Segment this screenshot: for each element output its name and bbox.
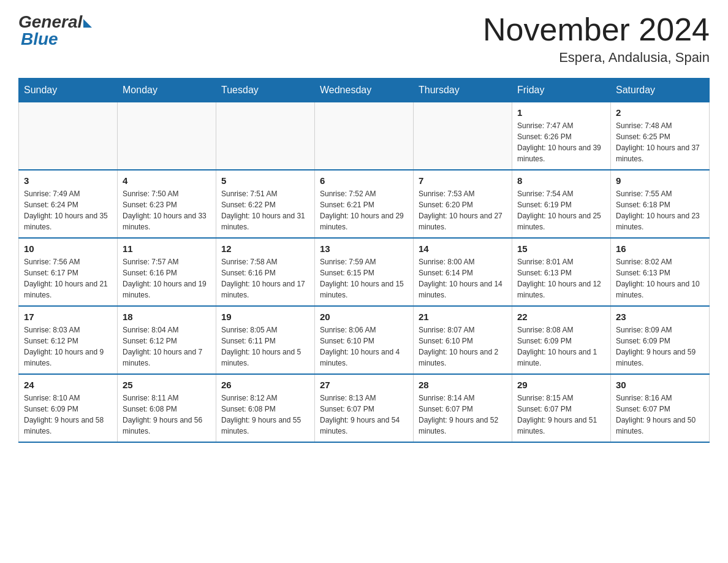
weekday-header-sunday: Sunday bbox=[19, 79, 118, 102]
day-number: 26 bbox=[221, 380, 309, 390]
calendar-cell: 6Sunrise: 7:52 AM Sunset: 6:21 PM Daylig… bbox=[315, 170, 414, 238]
day-number: 4 bbox=[123, 175, 211, 186]
calendar-cell: 21Sunrise: 8:07 AM Sunset: 6:10 PM Dayli… bbox=[414, 306, 512, 374]
day-number: 23 bbox=[616, 312, 704, 322]
day-number: 13 bbox=[320, 243, 408, 254]
logo-arrow-icon bbox=[83, 19, 92, 28]
day-info: Sunrise: 8:00 AM Sunset: 6:14 PM Dayligh… bbox=[419, 256, 507, 301]
day-info: Sunrise: 8:06 AM Sunset: 6:10 PM Dayligh… bbox=[320, 324, 408, 369]
day-info: Sunrise: 7:59 AM Sunset: 6:15 PM Dayligh… bbox=[320, 256, 408, 301]
day-number: 22 bbox=[517, 312, 605, 322]
day-number: 25 bbox=[123, 380, 211, 390]
day-info: Sunrise: 7:58 AM Sunset: 6:16 PM Dayligh… bbox=[221, 256, 309, 301]
weekday-header-wednesday: Wednesday bbox=[315, 79, 414, 102]
calendar-table: SundayMondayTuesdayWednesdayThursdayFrid… bbox=[18, 78, 710, 443]
calendar-week-row: 3Sunrise: 7:49 AM Sunset: 6:24 PM Daylig… bbox=[19, 170, 710, 238]
day-info: Sunrise: 8:10 AM Sunset: 6:09 PM Dayligh… bbox=[24, 393, 112, 437]
day-number: 27 bbox=[320, 380, 408, 390]
day-number: 3 bbox=[24, 175, 112, 186]
day-info: Sunrise: 8:03 AM Sunset: 6:12 PM Dayligh… bbox=[24, 324, 112, 369]
day-info: Sunrise: 7:47 AM Sunset: 6:26 PM Dayligh… bbox=[517, 120, 605, 164]
day-info: Sunrise: 8:14 AM Sunset: 6:07 PM Dayligh… bbox=[419, 393, 507, 437]
calendar-cell: 1Sunrise: 7:47 AM Sunset: 6:26 PM Daylig… bbox=[512, 102, 611, 170]
calendar-cell: 11Sunrise: 7:57 AM Sunset: 6:16 PM Dayli… bbox=[118, 238, 216, 306]
calendar-cell: 3Sunrise: 7:49 AM Sunset: 6:24 PM Daylig… bbox=[19, 170, 118, 238]
calendar-cell: 30Sunrise: 8:16 AM Sunset: 6:07 PM Dayli… bbox=[611, 374, 710, 442]
day-info: Sunrise: 7:48 AM Sunset: 6:25 PM Dayligh… bbox=[616, 120, 704, 164]
calendar-cell: 26Sunrise: 8:12 AM Sunset: 6:08 PM Dayli… bbox=[216, 374, 315, 442]
day-info: Sunrise: 8:16 AM Sunset: 6:07 PM Dayligh… bbox=[616, 393, 704, 437]
header: General Blue November 2024 Espera, Andal… bbox=[18, 12, 710, 66]
calendar-cell: 4Sunrise: 7:50 AM Sunset: 6:23 PM Daylig… bbox=[118, 170, 216, 238]
day-info: Sunrise: 8:05 AM Sunset: 6:11 PM Dayligh… bbox=[221, 324, 309, 369]
day-number: 8 bbox=[517, 175, 605, 186]
day-number: 19 bbox=[221, 312, 309, 322]
weekday-header-saturday: Saturday bbox=[611, 79, 710, 102]
day-number: 21 bbox=[419, 312, 507, 322]
calendar-cell: 8Sunrise: 7:54 AM Sunset: 6:19 PM Daylig… bbox=[512, 170, 611, 238]
day-number: 29 bbox=[517, 380, 605, 390]
day-info: Sunrise: 7:54 AM Sunset: 6:19 PM Dayligh… bbox=[517, 188, 605, 232]
calendar-cell: 9Sunrise: 7:55 AM Sunset: 6:18 PM Daylig… bbox=[611, 170, 710, 238]
weekday-header-monday: Monday bbox=[118, 79, 216, 102]
day-number: 24 bbox=[24, 380, 112, 390]
day-info: Sunrise: 8:04 AM Sunset: 6:12 PM Dayligh… bbox=[123, 324, 211, 369]
calendar-cell: 17Sunrise: 8:03 AM Sunset: 6:12 PM Dayli… bbox=[19, 306, 118, 374]
calendar-week-row: 1Sunrise: 7:47 AM Sunset: 6:26 PM Daylig… bbox=[19, 102, 710, 170]
calendar-cell bbox=[19, 102, 118, 170]
calendar-cell: 24Sunrise: 8:10 AM Sunset: 6:09 PM Dayli… bbox=[19, 374, 118, 442]
day-info: Sunrise: 7:56 AM Sunset: 6:17 PM Dayligh… bbox=[24, 256, 112, 301]
calendar-cell: 18Sunrise: 8:04 AM Sunset: 6:12 PM Dayli… bbox=[118, 306, 216, 374]
calendar-cell: 27Sunrise: 8:13 AM Sunset: 6:07 PM Dayli… bbox=[315, 374, 414, 442]
day-info: Sunrise: 7:55 AM Sunset: 6:18 PM Dayligh… bbox=[616, 188, 704, 232]
day-info: Sunrise: 8:13 AM Sunset: 6:07 PM Dayligh… bbox=[320, 393, 408, 437]
calendar-cell: 20Sunrise: 8:06 AM Sunset: 6:10 PM Dayli… bbox=[315, 306, 414, 374]
day-info: Sunrise: 7:50 AM Sunset: 6:23 PM Dayligh… bbox=[123, 188, 211, 232]
calendar-cell: 15Sunrise: 8:01 AM Sunset: 6:13 PM Dayli… bbox=[512, 238, 611, 306]
day-number: 20 bbox=[320, 312, 408, 322]
calendar-cell bbox=[414, 102, 512, 170]
calendar-week-row: 10Sunrise: 7:56 AM Sunset: 6:17 PM Dayli… bbox=[19, 238, 710, 306]
calendar-cell: 25Sunrise: 8:11 AM Sunset: 6:08 PM Dayli… bbox=[118, 374, 216, 442]
day-info: Sunrise: 8:12 AM Sunset: 6:08 PM Dayligh… bbox=[221, 393, 309, 437]
calendar-cell: 28Sunrise: 8:14 AM Sunset: 6:07 PM Dayli… bbox=[414, 374, 512, 442]
day-number: 17 bbox=[24, 312, 112, 322]
calendar-cell: 2Sunrise: 7:48 AM Sunset: 6:25 PM Daylig… bbox=[611, 102, 710, 170]
calendar-cell: 22Sunrise: 8:08 AM Sunset: 6:09 PM Dayli… bbox=[512, 306, 611, 374]
day-number: 9 bbox=[616, 175, 704, 186]
day-number: 5 bbox=[221, 175, 309, 186]
logo: General Blue bbox=[18, 12, 92, 49]
day-number: 18 bbox=[123, 312, 211, 322]
weekday-header-tuesday: Tuesday bbox=[216, 79, 315, 102]
calendar-cell: 10Sunrise: 7:56 AM Sunset: 6:17 PM Dayli… bbox=[19, 238, 118, 306]
day-info: Sunrise: 7:52 AM Sunset: 6:21 PM Dayligh… bbox=[320, 188, 408, 232]
day-info: Sunrise: 7:49 AM Sunset: 6:24 PM Dayligh… bbox=[24, 188, 112, 232]
title-area: November 2024 Espera, Andalusia, Spain bbox=[483, 12, 710, 66]
day-number: 6 bbox=[320, 175, 408, 186]
day-info: Sunrise: 8:08 AM Sunset: 6:09 PM Dayligh… bbox=[517, 324, 605, 369]
day-info: Sunrise: 8:15 AM Sunset: 6:07 PM Dayligh… bbox=[517, 393, 605, 437]
month-title: November 2024 bbox=[483, 12, 710, 47]
location-title: Espera, Andalusia, Spain bbox=[483, 50, 710, 66]
day-info: Sunrise: 8:09 AM Sunset: 6:09 PM Dayligh… bbox=[616, 324, 704, 369]
calendar-cell: 7Sunrise: 7:53 AM Sunset: 6:20 PM Daylig… bbox=[414, 170, 512, 238]
day-number: 14 bbox=[419, 243, 507, 254]
day-number: 2 bbox=[616, 107, 704, 118]
weekday-header-friday: Friday bbox=[512, 79, 611, 102]
day-number: 30 bbox=[616, 380, 704, 390]
calendar-cell: 13Sunrise: 7:59 AM Sunset: 6:15 PM Dayli… bbox=[315, 238, 414, 306]
day-info: Sunrise: 7:57 AM Sunset: 6:16 PM Dayligh… bbox=[123, 256, 211, 301]
calendar-cell: 19Sunrise: 8:05 AM Sunset: 6:11 PM Dayli… bbox=[216, 306, 315, 374]
calendar-cell: 12Sunrise: 7:58 AM Sunset: 6:16 PM Dayli… bbox=[216, 238, 315, 306]
day-info: Sunrise: 8:07 AM Sunset: 6:10 PM Dayligh… bbox=[419, 324, 507, 369]
weekday-header-thursday: Thursday bbox=[414, 79, 512, 102]
day-info: Sunrise: 7:51 AM Sunset: 6:22 PM Dayligh… bbox=[221, 188, 309, 232]
logo-blue-text: Blue bbox=[18, 29, 58, 49]
calendar-cell: 14Sunrise: 8:00 AM Sunset: 6:14 PM Dayli… bbox=[414, 238, 512, 306]
calendar-cell: 23Sunrise: 8:09 AM Sunset: 6:09 PM Dayli… bbox=[611, 306, 710, 374]
day-number: 10 bbox=[24, 243, 112, 254]
calendar-cell bbox=[216, 102, 315, 170]
day-number: 1 bbox=[517, 107, 605, 118]
calendar-cell: 5Sunrise: 7:51 AM Sunset: 6:22 PM Daylig… bbox=[216, 170, 315, 238]
calendar-week-row: 17Sunrise: 8:03 AM Sunset: 6:12 PM Dayli… bbox=[19, 306, 710, 374]
